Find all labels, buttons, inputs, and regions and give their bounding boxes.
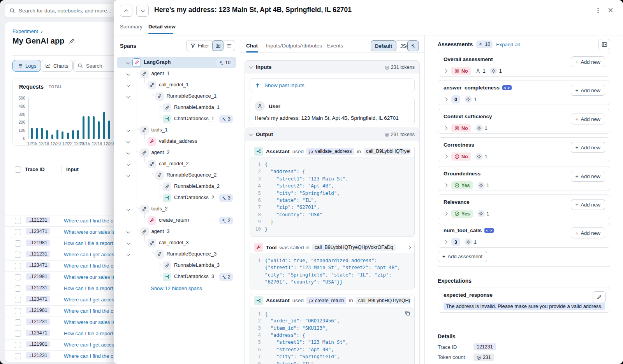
tab-detail-view[interactable]: Detail view — [148, 24, 176, 30]
tree-view-button[interactable] — [212, 40, 224, 51]
chevron-down-icon[interactable] — [127, 128, 130, 132]
trace-id-pill[interactable]: ..123471 — [26, 228, 50, 234]
logs-tab-button[interactable]: Logs — [12, 60, 41, 72]
add-new-button[interactable]: +Add new — [571, 228, 605, 238]
chevron-right-icon[interactable] — [444, 240, 448, 244]
charts-tab-button[interactable]: Charts — [40, 60, 73, 72]
trace-id-pill[interactable]: ..121981 — [26, 307, 50, 313]
span-tree-item-ChatDatabricks_2[interactable]: ChatDatabricks_23 — [117, 192, 236, 203]
trace-input-link[interactable]: Where can I get acces — [64, 297, 114, 303]
trace-input-link[interactable]: What were our sales la — [64, 229, 115, 235]
bar[interactable] — [77, 130, 79, 139]
add-new-button[interactable]: +Add new — [571, 114, 605, 124]
row-checkbox[interactable] — [15, 218, 21, 224]
trace-input-link[interactable]: Where can I find the c — [64, 353, 113, 359]
bar[interactable] — [51, 135, 53, 139]
trace-input-link[interactable]: How can I file a report — [64, 240, 113, 246]
timeline-view-button[interactable] — [224, 40, 235, 51]
trace-input-link[interactable]: Where can I get acces — [64, 342, 114, 348]
chevron-right-icon[interactable] — [444, 126, 448, 130]
row-checkbox[interactable] — [15, 240, 21, 247]
span-tree-item-call_model_1[interactable]: call_model_1 — [117, 79, 236, 91]
chevron-down-icon[interactable] — [127, 83, 130, 87]
next-trace-button[interactable] — [136, 5, 149, 17]
function-chip[interactable]: ƒxcreate_return — [306, 297, 346, 304]
bar[interactable] — [88, 116, 90, 139]
assessment-value-row[interactable]: 3 1 — [444, 238, 477, 246]
add-new-button[interactable]: +Add new — [571, 56, 605, 67]
chevron-down-icon[interactable] — [127, 162, 130, 166]
trace-input-link[interactable]: Where can I get acces — [64, 252, 114, 257]
global-search-input[interactable]: Search for data, notebooks, and more... — [5, 3, 118, 18]
chevron-right-icon[interactable] — [444, 184, 448, 187]
bar[interactable] — [98, 121, 100, 139]
row-checkbox[interactable] — [15, 353, 21, 359]
breadcrumb[interactable]: Experiment — [12, 28, 42, 34]
add-new-button[interactable]: +Add new — [571, 142, 605, 153]
trace-input-link[interactable]: Where can I find the c — [64, 308, 113, 314]
bar[interactable] — [46, 130, 48, 139]
filter-button[interactable]: Filter — [186, 40, 213, 51]
chevron-down-icon[interactable] — [127, 241, 130, 245]
row-checkbox[interactable] — [15, 297, 21, 303]
chevron-down-icon[interactable] — [127, 94, 130, 98]
trace-id-pill[interactable]: ..121231 — [26, 217, 50, 223]
bar[interactable] — [62, 131, 63, 139]
span-tree-item-tools_2[interactable]: tools_2 — [117, 203, 236, 215]
collapse-panel-button[interactable] — [598, 39, 610, 50]
span-tree-item-agent_3[interactable]: agent_3 — [117, 226, 236, 237]
trace-input-link[interactable]: Where can I find the c — [64, 263, 113, 269]
span-tree-item-create_return[interactable]: create_return2 — [117, 215, 236, 226]
bar[interactable] — [72, 130, 74, 139]
span-tree-item-RunnableLambda_1[interactable]: RunnableLambda_1 — [117, 102, 236, 113]
add-assessment-button[interactable]: + Add assesment — [438, 251, 487, 262]
call-id-chip[interactable]: call_B9LybbHQTryeQHpVokrOFaDc — [356, 297, 410, 304]
row-checkbox[interactable] — [15, 319, 21, 326]
trace-id-pill[interactable]: ..123471 — [26, 262, 50, 268]
column-divider[interactable] — [61, 166, 62, 174]
tab-chat[interactable]: Chat — [246, 43, 258, 49]
bar[interactable] — [36, 128, 38, 139]
assessment-value-row[interactable]: Yes 1 — [444, 181, 489, 189]
span-tree-item-call_model_3[interactable]: call_model_3 — [117, 237, 236, 248]
bar[interactable] — [56, 130, 58, 139]
output-section-header[interactable]: Output ◎231 tokens — [245, 128, 419, 141]
row-checkbox[interactable] — [15, 263, 21, 269]
trace-id-pill[interactable]: ..121981 — [26, 240, 50, 246]
chevron-down-icon[interactable] — [127, 173, 130, 177]
span-tree-item-ChatDatabricks_1[interactable]: ChatDatabricks_13 — [117, 113, 236, 124]
trace-input-link[interactable]: What were our sales la — [64, 274, 115, 280]
chevron-down-icon[interactable] — [127, 61, 130, 65]
trace-id-pill[interactable]: ..121231 — [26, 285, 50, 291]
add-new-button[interactable]: +Add new — [571, 199, 605, 210]
span-tree-item-agent_1[interactable]: agent_1 — [117, 68, 236, 79]
assessment-value-row[interactable]: 0 1 — [444, 95, 477, 103]
span-tree-item-validate_address[interactable]: validate_address — [117, 136, 236, 147]
previous-trace-button[interactable] — [120, 5, 132, 17]
row-checkbox[interactable] — [15, 331, 21, 337]
chevron-down-icon[interactable] — [127, 72, 130, 76]
kebab-menu-icon[interactable] — [597, 7, 599, 14]
bar[interactable] — [93, 116, 95, 139]
function-chip[interactable]: ƒxvalidate_address — [306, 148, 354, 155]
row-checkbox[interactable] — [15, 285, 21, 292]
row-checkbox[interactable] — [15, 308, 21, 314]
span-tree-item-agent_2[interactable]: agent_2 — [117, 147, 236, 158]
bar[interactable] — [103, 112, 105, 139]
trace-input-link[interactable]: How can I file a report — [64, 285, 113, 291]
row-checkbox[interactable] — [15, 229, 21, 235]
call-id-chip[interactable]: call_B9LybbHQTryeQHpVokrOFa — [364, 148, 410, 155]
tab-summary[interactable]: Summary — [120, 24, 143, 30]
span-tree-item-LangGraph[interactable]: LangGraph10 — [117, 57, 236, 68]
span-tree-item-RunnableSequence_1[interactable]: RunnableSequence_1 — [117, 91, 236, 102]
span-tree-item-call_model_2[interactable]: call_model_2 — [117, 158, 236, 170]
trace-id-pill[interactable]: ..123471 — [26, 330, 50, 336]
bar[interactable] — [31, 128, 33, 139]
edit-pencil-icon[interactable] — [69, 38, 75, 44]
assessment-value-row[interactable]: No 1 — [444, 152, 487, 161]
bar[interactable] — [108, 121, 110, 139]
chevron-down-icon[interactable] — [127, 151, 130, 155]
copy-icon[interactable] — [405, 310, 410, 318]
chevron-right-icon[interactable] — [407, 245, 411, 249]
show-hidden-spans-link[interactable]: Show 12 hidden spans — [117, 285, 236, 291]
